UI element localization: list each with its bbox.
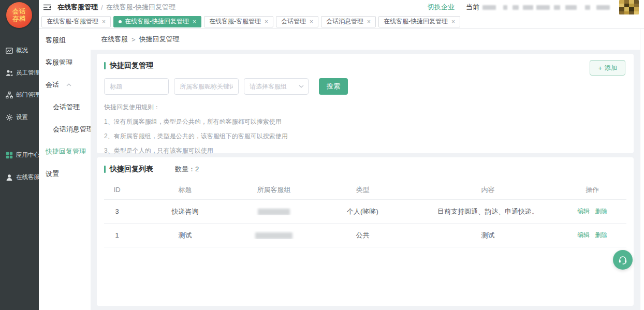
usage-rules: 快捷回复使用规则： 1、没有所属客服组，类型是公共的，所有的客服都可以搜索使用 …: [104, 103, 626, 155]
cell-content: 测试: [417, 231, 558, 240]
sidebar-item-label: 在线客服: [16, 173, 40, 181]
switch-company-link[interactable]: 切换企业: [428, 3, 455, 12]
keyword-input[interactable]: [174, 78, 239, 95]
delete-link[interactable]: 删除: [595, 208, 607, 215]
primary-menu: 概况 员工管理 部门管理 设置: [0, 39, 39, 188]
title-input[interactable]: [104, 78, 169, 95]
avatar[interactable]: [619, 0, 639, 15]
submenu-label: 客服管理: [46, 58, 72, 67]
table-header-row: ID 标题 所属客服组 类型 内容 操作: [104, 180, 626, 200]
col-header-group: 所属客服组: [240, 185, 308, 195]
section-header: 快捷回复列表 数量：2: [104, 165, 626, 174]
page-breadcrumb: 在线客服 > 快捷回复管理: [91, 29, 644, 50]
menu-fold-icon[interactable]: [43, 4, 52, 11]
cell-operation: 编辑删除: [559, 231, 626, 240]
sidebar-item-label: 设置: [16, 113, 28, 121]
tab-session-manage[interactable]: 会话管理 ×: [276, 16, 318, 27]
quick-reply-list-card: 快捷回复列表 数量：2 ID 标题 所属客服组 类型 内容 操作 3 快递咨询: [97, 157, 634, 306]
plus-icon: +: [598, 64, 602, 72]
close-icon[interactable]: ×: [265, 18, 268, 25]
submenu-label: 快捷回复管理: [46, 147, 86, 156]
tab-quick-reply-manage-2[interactable]: 在线客服-快捷回复管理 ×: [378, 16, 460, 27]
submenu-item-service-manage[interactable]: 客服管理: [39, 51, 91, 73]
menu-gap: [0, 128, 39, 144]
submenu-item-service-group[interactable]: 客服组: [39, 29, 91, 51]
headset-icon: [618, 255, 628, 265]
close-icon[interactable]: ×: [193, 18, 196, 25]
close-icon[interactable]: ×: [102, 18, 106, 25]
col-header-type: 类型: [308, 185, 417, 195]
sidebar-item-label: 应用中心: [16, 151, 40, 159]
current-company-label: 当前: [466, 3, 479, 12]
sidebar-item-label: 员工管理: [16, 69, 40, 77]
submenu-item-session-message-manage[interactable]: 会话消息管理: [39, 118, 91, 140]
col-header-id: ID: [104, 186, 130, 194]
table-row: 3 快递咨询 个人(哆哆) 目前支持圆通、韵达、申通快递。 编辑删除: [104, 200, 626, 224]
quick-reply-table: ID 标题 所属客服组 类型 内容 操作 3 快递咨询 个人(哆哆) 目前支持圆…: [104, 180, 626, 247]
section-accent-bar: [104, 62, 106, 69]
customer-service-float-button[interactable]: [613, 250, 633, 270]
cell-group-redacted: [240, 231, 308, 239]
close-icon[interactable]: ×: [310, 18, 313, 25]
primary-sidebar: 会话 存档 概况 员工管理 部门管理: [0, 0, 39, 310]
count-value: 2: [195, 165, 199, 173]
tab-label: 在线客服-客服管理: [47, 17, 98, 26]
main-content: 在线客服 > 快捷回复管理 快捷回复管理 + 添加 请选择客服组: [91, 29, 644, 310]
cell-content: 目前支持圆通、韵达、申通快递。: [417, 207, 558, 216]
sidebar-item-department[interactable]: 部门管理: [0, 84, 39, 106]
logo-line2: 存档: [12, 15, 26, 22]
caret-up-icon: [66, 83, 71, 86]
cell-type: 个人(哆哆): [308, 207, 417, 216]
scrollbar-track[interactable]: [640, 29, 644, 310]
count-wrap: 数量：2: [175, 165, 199, 174]
submenu-label: 设置: [46, 169, 59, 179]
edit-link[interactable]: 编辑: [577, 208, 590, 215]
page-breadcrumb-right: 快捷回复管理: [139, 35, 180, 44]
cell-title: 测试: [130, 231, 240, 240]
tab-label: 在线客服-快捷回复管理: [125, 17, 189, 26]
redacted-company-name: [482, 5, 610, 10]
apps-icon: [6, 152, 13, 159]
submenu-item-settings[interactable]: 设置: [39, 163, 91, 185]
submenu-item-session-manage[interactable]: 会话管理: [39, 96, 91, 118]
app-logo[interactable]: 会话 存档: [6, 2, 32, 28]
submenu-item-session[interactable]: 会话: [39, 73, 91, 96]
active-dot-icon: [119, 20, 122, 23]
close-icon[interactable]: ×: [451, 18, 455, 25]
tab-label: 会话管理: [281, 17, 306, 26]
sidebar-item-overview[interactable]: 概况: [0, 39, 39, 62]
section-title: 快捷回复管理: [110, 61, 153, 70]
app-root: 会话 存档 概况 员工管理 部门管理: [0, 0, 644, 310]
list-title: 快捷回复列表: [110, 165, 153, 174]
close-icon[interactable]: ×: [367, 18, 371, 25]
tab-quick-reply-manage-active[interactable]: 在线客服-快捷回复管理 ×: [113, 16, 201, 27]
col-header-operation: 操作: [559, 185, 626, 195]
page-breadcrumb-separator: >: [131, 36, 136, 43]
add-button-label: 添加: [605, 64, 617, 72]
edit-link[interactable]: 编辑: [577, 231, 590, 239]
service-person-icon: [6, 174, 13, 181]
secondary-sidebar: 客服组 客服管理 会话 会话管理 会话消息管理 快捷回复管理 设置: [39, 29, 91, 310]
tab-service-manage-1[interactable]: 在线客服-客服管理 ×: [41, 16, 111, 27]
sidebar-item-app-center[interactable]: 应用中心: [0, 144, 39, 166]
cell-id: 3: [104, 208, 130, 215]
rule-item: 1、没有所属客服组，类型是公共的，所有的客服都可以搜索使用: [104, 117, 626, 126]
search-button[interactable]: 搜索: [319, 78, 348, 95]
submenu-item-quick-reply-manage[interactable]: 快捷回复管理: [39, 140, 91, 163]
overview-icon: [6, 47, 13, 54]
topbar-right: 切换企业 当前: [428, 0, 644, 15]
add-button[interactable]: + 添加: [590, 60, 625, 76]
section-header: 快捷回复管理: [104, 61, 626, 70]
sidebar-item-label: 概况: [16, 47, 28, 54]
sidebar-item-online-service[interactable]: 在线客服: [0, 166, 39, 188]
tab-session-message-manage[interactable]: 会话消息管理 ×: [321, 16, 376, 27]
service-group-select[interactable]: 请选择客服组: [244, 78, 309, 95]
staff-icon: [6, 69, 13, 77]
breadcrumb-root[interactable]: 在线客服管理: [57, 3, 98, 12]
tab-service-manage-2[interactable]: 在线客服-客服管理 ×: [204, 16, 273, 27]
page-breadcrumb-left[interactable]: 在线客服: [101, 35, 128, 44]
sidebar-item-settings[interactable]: 设置: [0, 106, 39, 128]
sidebar-item-staff[interactable]: 员工管理: [0, 62, 39, 84]
delete-link[interactable]: 删除: [595, 231, 607, 239]
col-header-content: 内容: [417, 185, 558, 195]
